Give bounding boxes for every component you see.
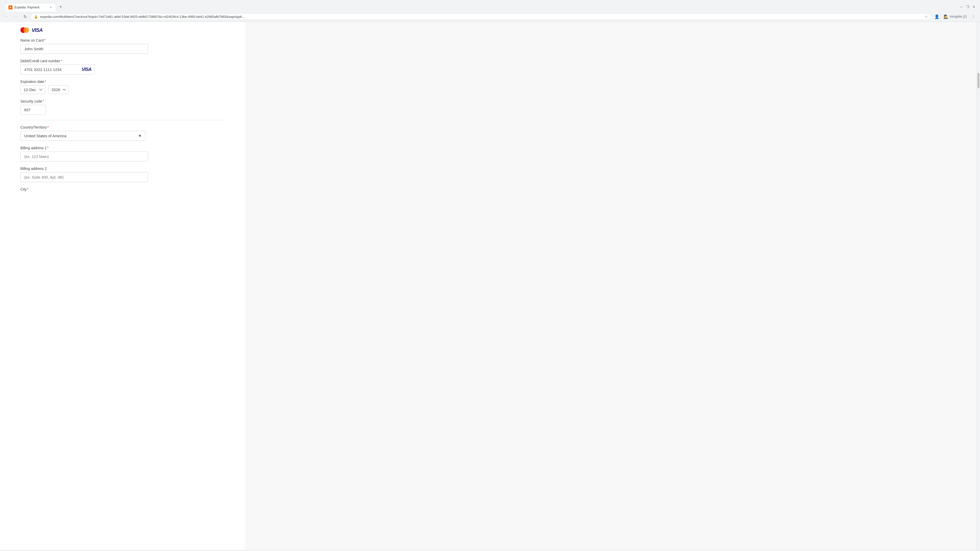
address-icons: ☆ bbox=[924, 14, 928, 19]
minimize-button[interactable]: — bbox=[959, 5, 964, 9]
visa-logo-header: VISA bbox=[32, 27, 43, 33]
required-asterisk: * bbox=[43, 99, 44, 103]
required-asterisk: * bbox=[47, 146, 48, 150]
billing-address-1-input[interactable] bbox=[21, 151, 148, 162]
tab-favicon: ✈ bbox=[8, 5, 13, 10]
section-divider bbox=[21, 120, 224, 120]
security-code-input[interactable] bbox=[21, 105, 46, 115]
expiry-row: 01-Jan 02-Feb 03-Mar 04-Apr 05-May 06-Ju… bbox=[21, 85, 224, 94]
refresh-button[interactable]: ↻ bbox=[21, 13, 29, 20]
menu-button[interactable]: ⋮ bbox=[970, 13, 977, 20]
main-area: VISA Name on Card* Debit/Credit card num… bbox=[0, 22, 245, 550]
billing-address-2-group: Billing address 2 bbox=[21, 167, 224, 182]
city-group: City* bbox=[21, 187, 224, 191]
profile-icon[interactable]: 👤 bbox=[933, 13, 940, 20]
lock-icon: 🔒 bbox=[34, 15, 38, 19]
required-asterisk: * bbox=[45, 79, 46, 84]
new-tab-button[interactable]: + bbox=[57, 3, 64, 11]
required-asterisk: * bbox=[61, 59, 62, 63]
country-territory-select[interactable]: United States of America Canada United K… bbox=[21, 131, 145, 141]
mastercard-logo bbox=[21, 27, 30, 33]
billing-address-2-input[interactable] bbox=[21, 172, 148, 182]
bookmark-icon[interactable]: ☆ bbox=[924, 14, 928, 19]
window-controls: — ❐ ✕ bbox=[959, 5, 976, 9]
tab-close-button[interactable]: × bbox=[49, 5, 53, 10]
card-number-wrapper: VISA bbox=[21, 65, 94, 75]
scrollbar-area[interactable] bbox=[977, 22, 980, 550]
card-number-label: Debit/Credit card number* bbox=[21, 59, 224, 63]
name-on-card-label: Name on Card* bbox=[21, 38, 224, 42]
browser-toolbar: ← → ↻ 🔒 expedia.com/MultiItemCheckout?tr… bbox=[0, 11, 980, 22]
billing-address-2-label: Billing address 2 bbox=[21, 167, 224, 171]
security-code-label: Security code* bbox=[21, 99, 224, 103]
billing-address-1-label: Billing address 1* bbox=[21, 146, 224, 150]
close-button[interactable]: ✕ bbox=[972, 5, 976, 9]
expiry-month-select[interactable]: 01-Jan 02-Feb 03-Mar 04-Apr 05-May 06-Ju… bbox=[21, 85, 45, 94]
active-tab[interactable]: ✈ Expedia: Payment × bbox=[5, 3, 56, 11]
browser-titlebar: ✈ Expedia: Payment × + — ❐ ✕ bbox=[0, 0, 980, 11]
tab-bar: ✈ Expedia: Payment × + bbox=[3, 3, 66, 11]
scrollbar-thumb[interactable] bbox=[977, 73, 980, 88]
toolbar-right: 👤 🕵 Incognito (2) ⋮ bbox=[933, 13, 977, 20]
mastercard-right-circle bbox=[24, 27, 29, 33]
browser-chrome: ✈ Expedia: Payment × + — ❐ ✕ ← → ↻ 🔒 exp… bbox=[0, 0, 980, 22]
address-text: expedia.com/MultiItemCheckout?tripid=74d… bbox=[40, 15, 923, 19]
incognito-badge: 🕵 Incognito (2) bbox=[942, 14, 969, 20]
card-number-group: Debit/Credit card number* VISA bbox=[21, 59, 224, 75]
page-content: VISA Name on Card* Debit/Credit card num… bbox=[0, 22, 980, 550]
expiry-year-select[interactable]: 2024 2025 2026 2027 2028 2029 2030 bbox=[48, 85, 68, 94]
required-asterisk: * bbox=[47, 125, 48, 129]
country-territory-label: Country/Territory* bbox=[21, 125, 224, 129]
back-button[interactable]: ← bbox=[3, 13, 10, 20]
maximize-button[interactable]: ❐ bbox=[966, 5, 970, 9]
required-asterisk: * bbox=[44, 38, 45, 42]
city-label: City* bbox=[21, 187, 224, 191]
right-sidebar bbox=[245, 22, 977, 550]
address-bar[interactable]: 🔒 expedia.com/MultiItemCheckout?tripid=7… bbox=[30, 13, 931, 20]
country-territory-group: Country/Territory* United States of Amer… bbox=[21, 125, 224, 141]
expiration-date-label: Expiration date* bbox=[21, 79, 224, 84]
country-select-wrapper: United States of America Canada United K… bbox=[21, 131, 145, 141]
name-on-card-group: Name on Card* bbox=[21, 38, 224, 54]
tab-label: Expedia: Payment bbox=[14, 6, 47, 9]
required-asterisk: * bbox=[27, 187, 28, 191]
billing-address-1-group: Billing address 1* bbox=[21, 146, 224, 162]
forward-button[interactable]: → bbox=[12, 13, 19, 20]
card-logos: VISA bbox=[21, 27, 224, 33]
card-number-input[interactable] bbox=[21, 65, 94, 75]
name-on-card-input[interactable] bbox=[21, 44, 148, 54]
expiration-date-group: Expiration date* 01-Jan 02-Feb 03-Mar 04… bbox=[21, 79, 224, 94]
security-code-group: Security code* bbox=[21, 99, 224, 115]
